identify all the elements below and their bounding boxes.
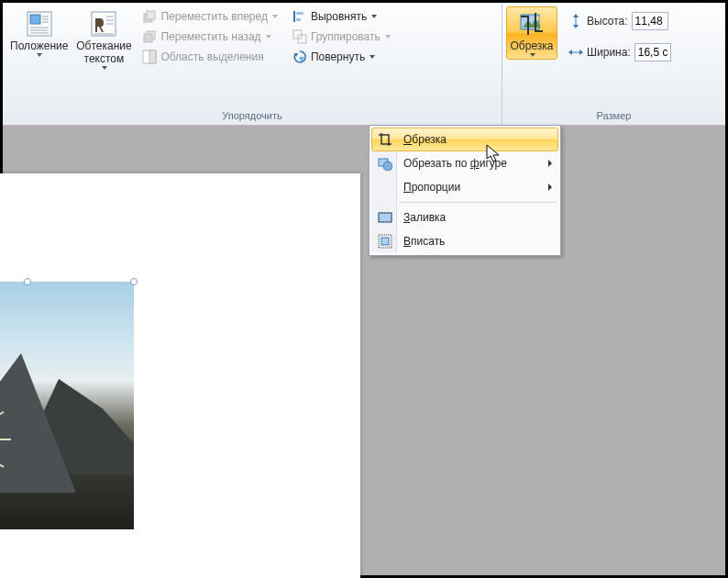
menu-crop-label: Обрезка bbox=[403, 133, 447, 146]
position-label: Положение bbox=[10, 40, 68, 53]
height-label: Высота: bbox=[587, 15, 628, 28]
crop-label: Обрезка bbox=[511, 40, 554, 53]
menu-item-proportions[interactable]: Пропорции bbox=[371, 175, 558, 199]
svg-rect-1 bbox=[30, 15, 40, 24]
menu-proportions-label: Пропорции bbox=[403, 181, 460, 194]
crop-shape-icon bbox=[377, 155, 393, 172]
svg-rect-20 bbox=[296, 12, 303, 15]
menu-item-fit[interactable]: Вписать bbox=[371, 229, 558, 253]
chevron-down-icon bbox=[272, 15, 278, 18]
position-icon bbox=[25, 9, 54, 39]
group-icon bbox=[292, 29, 307, 44]
submenu-arrow-icon bbox=[548, 160, 552, 167]
svg-marker-31 bbox=[573, 25, 579, 28]
align-icon bbox=[292, 9, 307, 24]
bring-forward-button[interactable]: Переместить вперед bbox=[138, 6, 281, 27]
fill-icon bbox=[377, 209, 393, 226]
selection-pane-label: Область выделения bbox=[160, 50, 263, 63]
rotate-label: Повернуть bbox=[311, 50, 365, 63]
height-icon bbox=[568, 14, 583, 28]
crop-icon bbox=[377, 131, 393, 148]
arrange-group-label: Упорядочить bbox=[3, 108, 502, 125]
group-btn-label: Группировать bbox=[311, 30, 381, 43]
width-row: Ширина: bbox=[568, 43, 671, 61]
crop-menu: Обрезка Обрезать по фигуре Пропорции Зал… bbox=[369, 125, 561, 256]
chevron-down-icon bbox=[371, 15, 377, 18]
send-backward-button[interactable]: Переместить назад bbox=[138, 27, 281, 47]
menu-fit-label: Вписать bbox=[403, 235, 445, 248]
chevron-down-icon bbox=[102, 66, 107, 70]
send-backward-icon bbox=[142, 29, 157, 44]
selection-handle-top[interactable] bbox=[24, 278, 31, 285]
menu-item-fill[interactable]: Заливка bbox=[371, 206, 558, 229]
selection-pane-icon bbox=[142, 50, 157, 64]
size-group-label: Размер bbox=[502, 108, 725, 125]
svg-rect-18 bbox=[149, 50, 156, 63]
svg-marker-33 bbox=[568, 50, 572, 55]
svg-rect-40 bbox=[381, 238, 389, 245]
chevron-down-icon bbox=[530, 53, 535, 57]
bring-forward-label: Переместить вперед bbox=[160, 10, 267, 23]
chevron-down-icon bbox=[37, 53, 42, 57]
crop-button[interactable]: Обрезка bbox=[506, 6, 557, 60]
chevron-down-icon bbox=[370, 55, 375, 59]
chevron-down-icon bbox=[266, 35, 271, 39]
svg-marker-30 bbox=[573, 14, 579, 17]
fit-icon bbox=[377, 233, 393, 250]
menu-separator bbox=[399, 202, 557, 203]
wrap-text-icon bbox=[89, 9, 118, 39]
width-icon bbox=[568, 45, 583, 60]
menu-item-crop-to-shape[interactable]: Обрезать по фигуре bbox=[371, 151, 558, 175]
page bbox=[0, 173, 360, 578]
align-label: Выровнять bbox=[311, 10, 367, 23]
svg-marker-34 bbox=[579, 50, 583, 55]
wrap-text-button[interactable]: Обтекание текстом bbox=[72, 6, 136, 72]
rotate-button[interactable]: Повернуть bbox=[288, 47, 395, 67]
rotate-icon bbox=[292, 50, 307, 64]
svg-rect-37 bbox=[379, 213, 392, 222]
send-backward-label: Переместить назад bbox=[160, 30, 260, 43]
photo-content bbox=[0, 282, 134, 529]
chevron-down-icon bbox=[385, 35, 391, 39]
svg-rect-16 bbox=[144, 34, 152, 42]
group-button[interactable]: Группировать bbox=[288, 27, 395, 47]
selected-image[interactable] bbox=[0, 282, 134, 529]
document-area bbox=[3, 126, 725, 575]
svg-rect-14 bbox=[147, 11, 155, 19]
position-button[interactable]: Положение bbox=[6, 6, 72, 60]
height-row: Высота: bbox=[568, 12, 671, 30]
selection-handle-top-right[interactable] bbox=[130, 278, 138, 285]
bring-forward-icon bbox=[142, 9, 157, 24]
menu-item-crop[interactable]: Обрезка bbox=[371, 128, 558, 151]
height-input[interactable] bbox=[632, 12, 668, 30]
menu-fill-label: Заливка bbox=[403, 211, 446, 224]
svg-rect-21 bbox=[296, 18, 301, 21]
ribbon: Положение Обтекание текстом Переместить … bbox=[3, 3, 725, 126]
menu-crop-shape-label: Обрезать по фигуре bbox=[403, 157, 507, 170]
crop-icon bbox=[517, 9, 546, 39]
wrap-text-label: Обтекание текстом bbox=[76, 40, 131, 66]
width-input[interactable] bbox=[634, 43, 671, 61]
submenu-arrow-icon bbox=[548, 183, 552, 191]
width-label: Ширина: bbox=[587, 46, 631, 59]
align-button[interactable]: Выровнять bbox=[288, 6, 395, 27]
selection-pane-button[interactable]: Область выделения bbox=[138, 47, 281, 67]
svg-point-36 bbox=[383, 161, 392, 171]
